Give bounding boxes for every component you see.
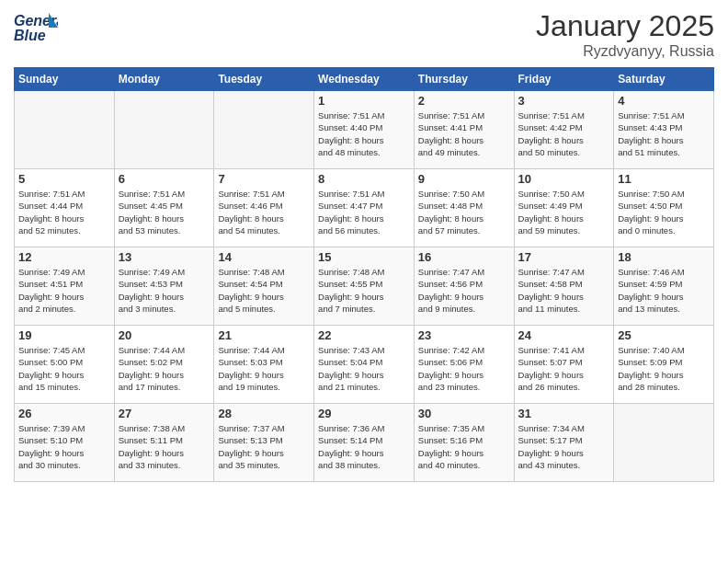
- day-info: Sunrise: 7:51 AM Sunset: 4:43 PM Dayligh…: [618, 109, 710, 158]
- calendar-week-row: 1Sunrise: 7:51 AM Sunset: 4:40 PM Daylig…: [15, 91, 714, 169]
- day-number: 7: [218, 172, 310, 186]
- day-number: 9: [418, 172, 510, 186]
- day-info: Sunrise: 7:37 AM Sunset: 5:13 PM Dayligh…: [218, 422, 310, 471]
- table-row: 16Sunrise: 7:47 AM Sunset: 4:56 PM Dayli…: [414, 247, 514, 326]
- table-row: 23Sunrise: 7:42 AM Sunset: 5:06 PM Dayli…: [414, 326, 514, 404]
- day-number: 1: [318, 94, 410, 108]
- table-row: 18Sunrise: 7:46 AM Sunset: 4:59 PM Dayli…: [614, 247, 714, 326]
- day-info: Sunrise: 7:42 AM Sunset: 5:06 PM Dayligh…: [418, 344, 510, 393]
- day-info: Sunrise: 7:48 AM Sunset: 4:54 PM Dayligh…: [218, 266, 310, 315]
- header-friday: Friday: [514, 68, 614, 91]
- table-row: 31Sunrise: 7:34 AM Sunset: 5:17 PM Dayli…: [514, 404, 614, 482]
- day-number: 18: [618, 250, 710, 264]
- day-number: 15: [318, 250, 410, 264]
- table-row: [214, 91, 314, 169]
- table-row: 3Sunrise: 7:51 AM Sunset: 4:42 PM Daylig…: [514, 91, 614, 169]
- day-number: 12: [18, 250, 110, 264]
- calendar-week-row: 26Sunrise: 7:39 AM Sunset: 5:10 PM Dayli…: [15, 404, 714, 482]
- table-row: 11Sunrise: 7:50 AM Sunset: 4:50 PM Dayli…: [614, 169, 714, 247]
- day-info: Sunrise: 7:44 AM Sunset: 5:02 PM Dayligh…: [119, 344, 210, 393]
- day-info: Sunrise: 7:36 AM Sunset: 5:14 PM Dayligh…: [318, 422, 410, 471]
- day-number: 22: [318, 328, 410, 342]
- table-row: 20Sunrise: 7:44 AM Sunset: 5:02 PM Dayli…: [114, 326, 214, 404]
- month-title: January 2025: [536, 9, 714, 43]
- calendar-week-row: 12Sunrise: 7:49 AM Sunset: 4:51 PM Dayli…: [15, 247, 714, 326]
- table-row: 15Sunrise: 7:48 AM Sunset: 4:55 PM Dayli…: [314, 247, 415, 326]
- day-info: Sunrise: 7:50 AM Sunset: 4:49 PM Dayligh…: [518, 188, 610, 236]
- day-number: 10: [518, 172, 610, 186]
- day-number: 14: [218, 250, 310, 264]
- day-number: 20: [119, 328, 210, 342]
- day-info: Sunrise: 7:51 AM Sunset: 4:44 PM Dayligh…: [18, 188, 110, 236]
- day-number: 30: [418, 407, 510, 420]
- day-number: 26: [18, 407, 110, 420]
- day-info: Sunrise: 7:50 AM Sunset: 4:48 PM Dayligh…: [418, 188, 510, 236]
- table-row: 21Sunrise: 7:44 AM Sunset: 5:03 PM Dayli…: [214, 326, 314, 404]
- day-info: Sunrise: 7:51 AM Sunset: 4:40 PM Dayligh…: [318, 109, 410, 158]
- day-info: Sunrise: 7:47 AM Sunset: 4:58 PM Dayligh…: [518, 266, 610, 315]
- table-row: 25Sunrise: 7:40 AM Sunset: 5:09 PM Dayli…: [614, 326, 714, 404]
- table-row: [614, 404, 714, 482]
- logo-icon: General Blue: [14, 9, 58, 44]
- day-info: Sunrise: 7:40 AM Sunset: 5:09 PM Dayligh…: [618, 344, 710, 393]
- table-row: 22Sunrise: 7:43 AM Sunset: 5:04 PM Dayli…: [314, 326, 415, 404]
- day-number: 21: [218, 328, 310, 342]
- day-number: 16: [418, 250, 510, 264]
- table-row: 2Sunrise: 7:51 AM Sunset: 4:41 PM Daylig…: [414, 91, 514, 169]
- day-number: 19: [18, 328, 110, 342]
- table-row: 1Sunrise: 7:51 AM Sunset: 4:40 PM Daylig…: [314, 91, 415, 169]
- header-tuesday: Tuesday: [214, 68, 314, 91]
- day-number: 3: [518, 94, 610, 108]
- day-number: 28: [218, 407, 310, 420]
- day-number: 29: [318, 407, 410, 420]
- title-section: January 2025 Ryzdvyanyy, Russia: [536, 9, 714, 60]
- table-row: 5Sunrise: 7:51 AM Sunset: 4:44 PM Daylig…: [15, 169, 115, 247]
- header-sunday: Sunday: [15, 68, 115, 91]
- day-number: 31: [518, 407, 610, 420]
- calendar-header-row: Sunday Monday Tuesday Wednesday Thursday…: [15, 68, 714, 91]
- table-row: 6Sunrise: 7:51 AM Sunset: 4:45 PM Daylig…: [114, 169, 214, 247]
- calendar-week-row: 5Sunrise: 7:51 AM Sunset: 4:44 PM Daylig…: [15, 169, 714, 247]
- day-info: Sunrise: 7:50 AM Sunset: 4:50 PM Dayligh…: [618, 188, 710, 236]
- logo: General Blue: [14, 9, 58, 44]
- day-number: 17: [518, 250, 610, 264]
- table-row: 8Sunrise: 7:51 AM Sunset: 4:47 PM Daylig…: [314, 169, 415, 247]
- table-row: 9Sunrise: 7:50 AM Sunset: 4:48 PM Daylig…: [414, 169, 514, 247]
- table-row: 12Sunrise: 7:49 AM Sunset: 4:51 PM Dayli…: [15, 247, 115, 326]
- table-row: 4Sunrise: 7:51 AM Sunset: 4:43 PM Daylig…: [614, 91, 714, 169]
- day-number: 24: [518, 328, 610, 342]
- day-info: Sunrise: 7:44 AM Sunset: 5:03 PM Dayligh…: [218, 344, 310, 393]
- table-row: 30Sunrise: 7:35 AM Sunset: 5:16 PM Dayli…: [414, 404, 514, 482]
- day-number: 25: [618, 328, 710, 342]
- table-row: 14Sunrise: 7:48 AM Sunset: 4:54 PM Dayli…: [214, 247, 314, 326]
- table-row: 26Sunrise: 7:39 AM Sunset: 5:10 PM Dayli…: [15, 404, 115, 482]
- day-number: 13: [119, 250, 210, 264]
- header-thursday: Thursday: [414, 68, 514, 91]
- table-row: 24Sunrise: 7:41 AM Sunset: 5:07 PM Dayli…: [514, 326, 614, 404]
- table-row: 19Sunrise: 7:45 AM Sunset: 5:00 PM Dayli…: [15, 326, 115, 404]
- day-number: 11: [618, 172, 710, 186]
- day-info: Sunrise: 7:46 AM Sunset: 4:59 PM Dayligh…: [618, 266, 710, 315]
- day-info: Sunrise: 7:49 AM Sunset: 4:53 PM Dayligh…: [119, 266, 210, 315]
- calendar-week-row: 19Sunrise: 7:45 AM Sunset: 5:00 PM Dayli…: [15, 326, 714, 404]
- day-info: Sunrise: 7:47 AM Sunset: 4:56 PM Dayligh…: [418, 266, 510, 315]
- table-row: 10Sunrise: 7:50 AM Sunset: 4:49 PM Dayli…: [514, 169, 614, 247]
- day-info: Sunrise: 7:43 AM Sunset: 5:04 PM Dayligh…: [318, 344, 410, 393]
- table-row: 17Sunrise: 7:47 AM Sunset: 4:58 PM Dayli…: [514, 247, 614, 326]
- day-info: Sunrise: 7:45 AM Sunset: 5:00 PM Dayligh…: [18, 344, 110, 393]
- table-row: 28Sunrise: 7:37 AM Sunset: 5:13 PM Dayli…: [214, 404, 314, 482]
- day-info: Sunrise: 7:34 AM Sunset: 5:17 PM Dayligh…: [518, 422, 610, 471]
- svg-text:Blue: Blue: [14, 28, 46, 43]
- calendar-table: Sunday Monday Tuesday Wednesday Thursday…: [14, 67, 714, 482]
- day-number: 6: [119, 172, 210, 186]
- day-number: 27: [119, 407, 210, 420]
- location: Ryzdvyanyy, Russia: [536, 43, 714, 60]
- day-number: 23: [418, 328, 510, 342]
- table-row: [114, 91, 214, 169]
- day-info: Sunrise: 7:51 AM Sunset: 4:45 PM Dayligh…: [119, 188, 210, 236]
- day-info: Sunrise: 7:38 AM Sunset: 5:11 PM Dayligh…: [119, 422, 210, 471]
- header: General Blue January 2025 Ryzdvyanyy, Ru…: [14, 9, 714, 60]
- day-number: 4: [618, 94, 710, 108]
- day-info: Sunrise: 7:41 AM Sunset: 5:07 PM Dayligh…: [518, 344, 610, 393]
- day-info: Sunrise: 7:39 AM Sunset: 5:10 PM Dayligh…: [18, 422, 110, 471]
